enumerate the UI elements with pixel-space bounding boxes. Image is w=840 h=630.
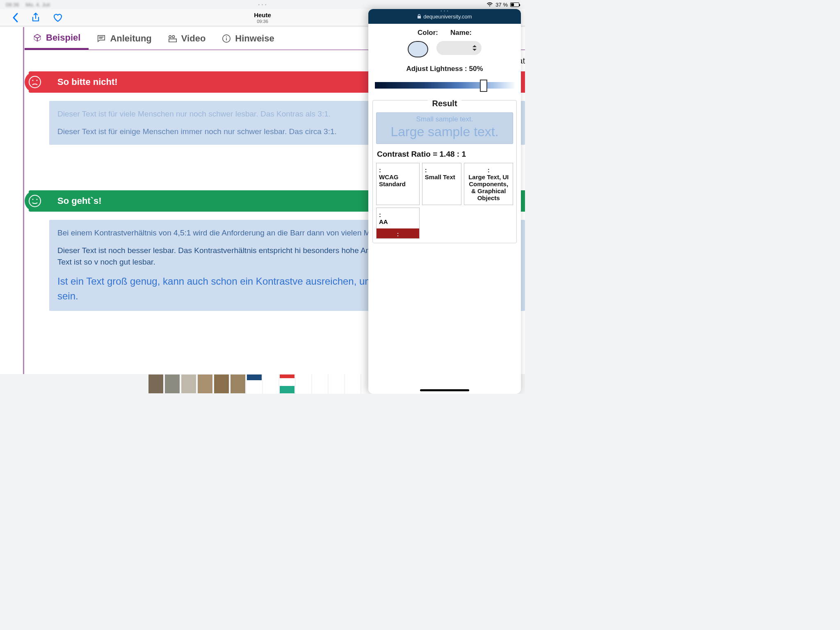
svg-point-7	[37, 199, 38, 200]
chat-lines-icon	[97, 34, 106, 43]
svg-point-4	[37, 80, 38, 81]
thumbnail[interactable]	[329, 374, 344, 394]
sample-preview: Small sample text. Large sample text.	[376, 112, 513, 144]
name-label: Name:	[450, 29, 472, 37]
svg-point-1	[226, 36, 227, 37]
result-heading: Result	[428, 99, 461, 108]
thumbnail[interactable]	[181, 374, 196, 394]
tab-beispiel[interactable]: Beispiel	[25, 27, 89, 50]
header-time: 09:36	[254, 19, 271, 24]
multitask-dots-icon[interactable]: • • •	[258, 2, 267, 7]
sample-small-text: Small sample text.	[378, 115, 511, 123]
svg-point-3	[32, 80, 34, 81]
thumbnail[interactable]	[230, 374, 246, 394]
thumbnail[interactable]	[296, 374, 311, 394]
sad-face-icon	[25, 72, 45, 92]
header-title-group: Heute 09:36	[254, 11, 271, 24]
lightness-label: Adjust Lightness : 50%	[372, 65, 517, 73]
happy-face-icon	[25, 191, 45, 211]
status-right-group: 37 %	[486, 2, 519, 8]
tab-anleitung-label: Anleitung	[110, 33, 151, 44]
thumbnail[interactable]	[148, 374, 164, 394]
thumbnail[interactable]	[214, 374, 229, 394]
battery-icon	[510, 2, 519, 7]
wcag-col-standard: : WCAG Standard	[376, 163, 420, 205]
thumbnail[interactable]	[164, 374, 180, 394]
slideover-url-bar[interactable]: • • • dequeuniversity.com	[368, 9, 521, 24]
tab-hinweise-label: Hinweise	[235, 33, 274, 44]
svg-point-5	[29, 195, 41, 207]
banner-dont-label: So bitte nicht!	[57, 77, 118, 87]
tab-video[interactable]: Video	[160, 27, 214, 50]
wcag-header-row: : WCAG Standard : Small Text : Large Tex…	[376, 163, 513, 205]
sample-large-text: Large sample text.	[378, 124, 511, 139]
battery-percent: 37 %	[495, 2, 508, 8]
thumbnail[interactable]	[312, 374, 328, 394]
wcag-aa-label: : AA	[377, 208, 419, 228]
thumbnail[interactable]	[263, 374, 278, 394]
info-icon	[222, 34, 231, 43]
svg-point-2	[29, 76, 41, 88]
tab-hinweise[interactable]: Hinweise	[214, 27, 282, 50]
status-time-blurred: 09:36Mo. 4. Juli	[6, 2, 50, 8]
color-label: Color:	[418, 29, 438, 37]
svg-point-6	[32, 199, 34, 200]
wcag-col-large: : Large Text, UI Components, & Graphical…	[464, 163, 513, 205]
tab-beispiel-label: Beispiel	[46, 32, 80, 43]
color-name-select[interactable]	[436, 41, 482, 55]
wcag-col-small: : Small Text	[422, 163, 462, 205]
contrast-ratio: Contrast Ratio = 1.48 : 1	[377, 150, 512, 159]
cube-icon	[33, 33, 42, 42]
thumbnail[interactable]	[247, 374, 262, 394]
thumbnail[interactable]	[345, 374, 361, 394]
wcag-aa-cell: : AA :	[376, 208, 420, 239]
banner-do-label: So geht`s!	[57, 196, 102, 206]
wcag-fail-badge: :	[377, 228, 419, 238]
thumbnail[interactable]	[279, 374, 295, 394]
tab-video-label: Video	[181, 33, 206, 44]
slideover-domain: dequeuniversity.com	[423, 14, 472, 20]
tab-anleitung[interactable]: Anleitung	[89, 27, 160, 50]
share-icon[interactable]	[31, 12, 40, 23]
back-chevron-icon[interactable]	[11, 12, 19, 23]
slideover-grip-icon[interactable]: • • •	[441, 9, 448, 13]
thumbnail[interactable]	[197, 374, 213, 394]
wifi-icon	[486, 2, 493, 7]
header-title: Heute	[254, 11, 271, 18]
slider-thumb[interactable]	[480, 80, 487, 92]
lock-icon	[417, 14, 421, 19]
video-icon	[168, 34, 177, 43]
heart-icon[interactable]	[52, 13, 63, 23]
color-swatch[interactable]	[408, 41, 428, 57]
home-indicator[interactable]	[420, 389, 469, 391]
slideover-panel: • • • dequeuniversity.com Color: Name: A…	[368, 9, 521, 394]
lightness-slider[interactable]	[375, 79, 514, 92]
